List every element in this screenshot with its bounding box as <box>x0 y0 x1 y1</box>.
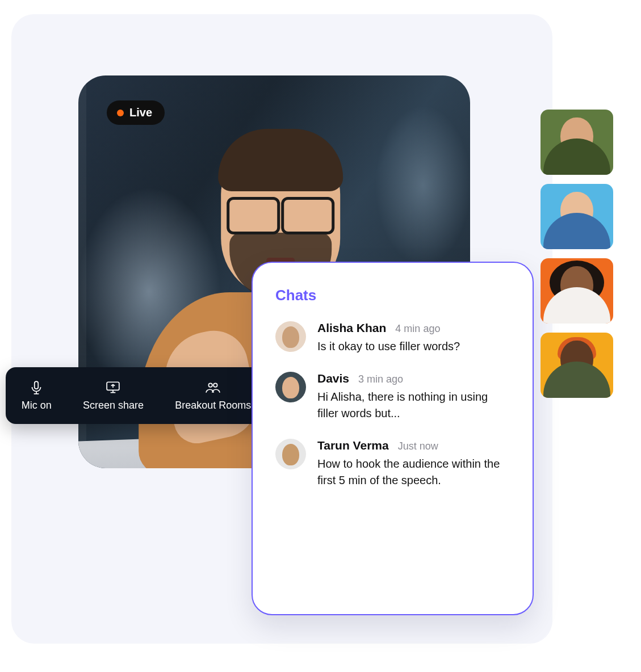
participant-tile[interactable] <box>541 184 613 249</box>
breakout-rooms-button[interactable]: Breakout Rooms <box>175 380 251 411</box>
chat-sender: Tarun Verma <box>317 439 389 452</box>
chat-panel: Chats Alisha Khan 4 min ago Is it okay t… <box>252 262 534 615</box>
breakout-rooms-label: Breakout Rooms <box>175 400 251 411</box>
participant-tile[interactable] <box>541 333 613 398</box>
chat-text: Hi Alisha, there is nothing in using fil… <box>317 389 510 422</box>
participant-tile[interactable] <box>541 258 613 324</box>
screen-share-button[interactable]: Screen share <box>83 380 144 411</box>
mic-label: Mic on <box>22 400 52 411</box>
participant-strip <box>541 110 613 398</box>
meeting-toolbar: Mic on Screen share Breakout Rooms <box>6 367 267 424</box>
avatar <box>275 321 306 352</box>
svg-point-2 <box>209 383 213 387</box>
chat-message[interactable]: Davis 3 min ago Hi Alisha, there is noth… <box>275 372 510 422</box>
chat-title: Chats <box>275 287 510 304</box>
chat-time: Just now <box>398 440 438 452</box>
avatar <box>275 439 306 469</box>
chat-time: 3 min ago <box>358 373 403 385</box>
breakout-rooms-icon <box>204 380 221 395</box>
chat-message[interactable]: Alisha Khan 4 min ago Is it okay to use … <box>275 321 510 355</box>
svg-point-3 <box>213 383 217 387</box>
chat-text: How to hook the audience within the firs… <box>317 456 510 489</box>
screen-share-label: Screen share <box>83 400 144 411</box>
live-dot-icon <box>117 110 124 116</box>
live-badge: Live <box>107 100 165 125</box>
chat-time: 4 min ago <box>395 323 440 335</box>
chat-text: Is it okay to use filler words? <box>317 338 510 355</box>
chat-sender: Alisha Khan <box>317 321 386 335</box>
svg-rect-0 <box>35 381 39 389</box>
chat-message[interactable]: Tarun Verma Just now How to hook the aud… <box>275 439 510 489</box>
participant-tile[interactable] <box>541 110 613 175</box>
chat-sender: Davis <box>317 372 349 385</box>
microphone-icon <box>28 380 45 395</box>
live-label: Live <box>129 106 152 119</box>
screen-share-icon <box>104 380 122 395</box>
avatar <box>275 372 306 402</box>
mic-button[interactable]: Mic on <box>22 380 52 411</box>
